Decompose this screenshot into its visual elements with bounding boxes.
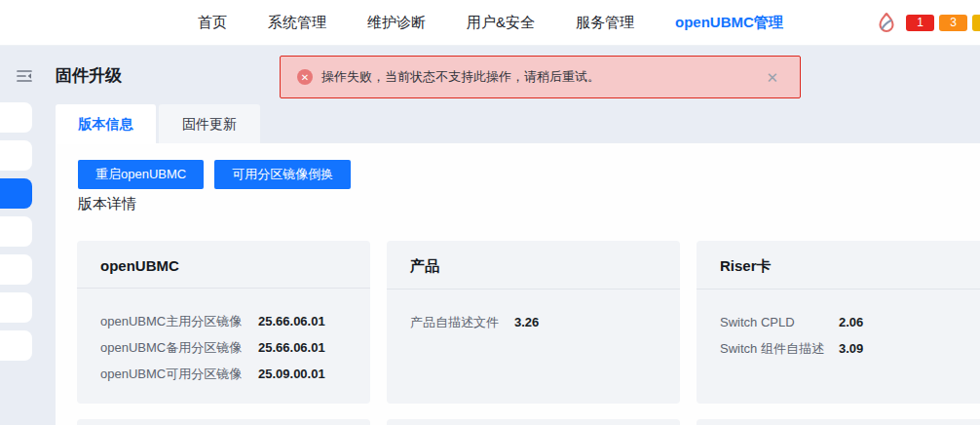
- page-title: 固件升级: [56, 64, 122, 87]
- version-row: Switch 组件自描述 3.09: [720, 335, 966, 362]
- card-partial: [77, 419, 370, 425]
- next-cards-row-partial: [77, 419, 980, 425]
- major-alarm-badge[interactable]: 3: [939, 15, 967, 31]
- toolbar: 重启openUBMC 可用分区镜像倒换: [78, 160, 351, 189]
- top-navbar: 首页 系统管理 维护诊断 用户&安全 服务管理 openUBMC管理 1 3: [0, 0, 980, 46]
- sidebar-item[interactable]: [0, 140, 32, 171]
- card-partial: [387, 419, 680, 425]
- nav-item-services[interactable]: 服务管理: [576, 14, 634, 32]
- card-openubmc: openUBMC openUBMC主用分区镜像 25.66.06.01 open…: [77, 241, 370, 404]
- nav-item-openubmc[interactable]: openUBMC管理: [675, 14, 783, 32]
- card-title: openUBMC: [100, 257, 179, 274]
- card-product: 产品 产品自描述文件 3.26: [387, 241, 680, 404]
- version-label: openUBMC备用分区镜像: [100, 334, 258, 361]
- version-value: 3.26: [514, 309, 539, 335]
- section-title-version-details: 版本详情: [78, 195, 136, 213]
- card-body: 产品自描述文件 3.26: [387, 290, 680, 335]
- version-value: 25.09.00.01: [258, 361, 325, 387]
- card-header: 产品: [387, 241, 680, 290]
- version-value: 25.66.06.01: [258, 308, 325, 334]
- nav-item-home[interactable]: 首页: [198, 14, 227, 32]
- tab-firmware-update[interactable]: 固件更新: [159, 104, 260, 144]
- openubmc-flame-logo[interactable]: [875, 12, 898, 35]
- version-row: 产品自描述文件 3.26: [410, 309, 657, 335]
- switch-partition-image-button[interactable]: 可用分区镜像倒换: [214, 160, 351, 189]
- version-label: openUBMC可用分区镜像: [100, 361, 258, 387]
- version-row: openUBMC可用分区镜像 25.09.00.01: [100, 361, 347, 387]
- sidebar-item[interactable]: [0, 254, 32, 285]
- sidebar-item[interactable]: [0, 216, 32, 247]
- critical-alarm-badge[interactable]: 1: [906, 15, 934, 31]
- error-alert: ✕ 操作失败，当前状态不支持此操作，请稍后重试。 ✕: [280, 56, 801, 98]
- main-menu: 首页 系统管理 维护诊断 用户&安全 服务管理 openUBMC管理: [198, 0, 783, 46]
- alert-message: 操作失败，当前状态不支持此操作，请稍后重试。: [321, 68, 600, 86]
- sidebar-item[interactable]: [0, 292, 32, 323]
- card-partial: [697, 419, 980, 425]
- collapse-sidebar-icon[interactable]: [16, 67, 33, 85]
- card-body: openUBMC主用分区镜像 25.66.06.01 openUBMC备用分区镜…: [77, 289, 370, 387]
- card-riser: Riser卡 Switch CPLD 2.06 Switch 组件自描述 3.0…: [697, 241, 980, 404]
- version-value: 3.09: [839, 335, 863, 362]
- card-body: Switch CPLD 2.06 Switch 组件自描述 3.09: [697, 290, 980, 362]
- nav-item-system[interactable]: 系统管理: [268, 14, 326, 32]
- sidebar-item[interactable]: [0, 102, 32, 133]
- sidebar-item-active[interactable]: [0, 178, 32, 209]
- nav-item-maintenance[interactable]: 维护诊断: [367, 14, 426, 32]
- version-label: 产品自描述文件: [410, 309, 514, 335]
- version-value: 25.66.06.01: [258, 334, 325, 361]
- card-title: Riser卡: [720, 257, 772, 274]
- navbar-right: 1 3: [875, 0, 980, 46]
- version-label: openUBMC主用分区镜像: [100, 308, 258, 334]
- version-label: Switch CPLD: [720, 309, 839, 335]
- card-header: Riser卡: [697, 241, 980, 290]
- version-row: Switch CPLD 2.06: [720, 309, 966, 335]
- version-cards-row: openUBMC openUBMC主用分区镜像 25.66.06.01 open…: [77, 241, 980, 404]
- version-label: Switch 组件自描述: [720, 335, 839, 362]
- minor-alarm-badge[interactable]: [972, 15, 980, 31]
- version-info-panel: 重启openUBMC 可用分区镜像倒换 版本详情 openUBMC openUB…: [56, 143, 980, 425]
- version-value: 2.06: [839, 309, 863, 335]
- card-title: 产品: [410, 257, 439, 274]
- card-header: openUBMC: [77, 241, 370, 289]
- version-row: openUBMC备用分区镜像 25.66.06.01: [100, 334, 347, 361]
- nav-item-user-security[interactable]: 用户&安全: [467, 14, 535, 32]
- sidebar-item[interactable]: [0, 330, 32, 361]
- error-icon: ✕: [297, 69, 313, 85]
- close-icon[interactable]: ✕: [766, 70, 778, 85]
- restart-openubmc-button[interactable]: 重启openUBMC: [78, 160, 204, 189]
- version-row: openUBMC主用分区镜像 25.66.06.01: [100, 308, 347, 334]
- tab-version-info[interactable]: 版本信息: [56, 104, 156, 144]
